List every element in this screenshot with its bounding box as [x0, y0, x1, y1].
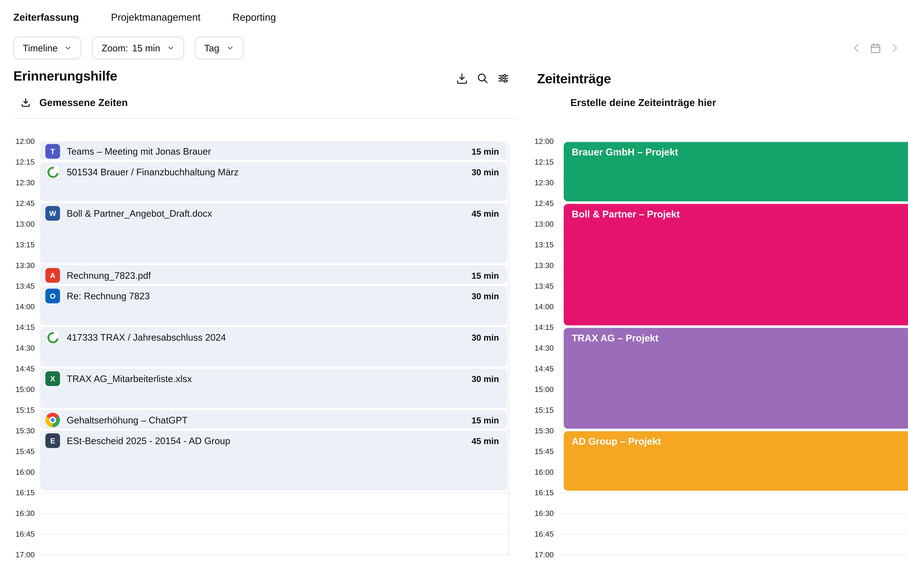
time-label: 15:15: [0, 405, 35, 414]
download-icon[interactable]: [455, 71, 469, 85]
range-dropdown-value: Tag: [204, 43, 219, 53]
time-label: 14:30: [527, 343, 554, 353]
measured-entry[interactable]: EESt-Bescheid 2025 - 20154 - AD Group45 …: [40, 431, 507, 491]
time-entry-block[interactable]: AD Group – Projekt45 min: [564, 431, 908, 491]
datev-icon: [45, 165, 60, 179]
time-label: 14:45: [527, 364, 554, 373]
measured-timeline: 12:0012:1512:3012:4513:0013:1513:3013:45…: [0, 141, 517, 568]
measured-entry[interactable]: TTeams – Meeting mit Jonas Brauer15 min: [40, 142, 507, 160]
nav-tabs: ZeiterfassungProjektmanagementReporting: [13, 11, 276, 22]
lane-separator: [508, 141, 509, 555]
measured-times-label: Gemessene Zeiten: [39, 97, 128, 108]
time-label: 12:45: [527, 199, 554, 208]
search-icon[interactable]: [476, 71, 489, 85]
measured-entry[interactable]: WBoll & Partner_Angebot_Draft.docx45 min: [40, 204, 507, 263]
measured-entry[interactable]: ORe: Rechnung 782330 min: [40, 287, 507, 325]
time-label: 14:00: [0, 302, 35, 311]
view-dropdown[interactable]: Timeline: [13, 37, 82, 59]
entry-duration: 30 min: [472, 167, 499, 177]
measured-entry[interactable]: ARechnung_7823.pdf15 min: [40, 266, 507, 284]
sliders-icon[interactable]: [496, 71, 510, 85]
time-label: 13:15: [527, 240, 554, 249]
entry-title: 417333 TRAX / Jahresabschluss 2024: [67, 332, 226, 343]
gridline: [39, 554, 508, 555]
main-content: Erinnerungshilfe Gemessene Zeiten: [0, 63, 908, 588]
measured-entry[interactable]: XTRAX AG_Mitarbeiterliste.xlsx30 min: [40, 370, 507, 408]
time-label: 12:45: [0, 199, 35, 208]
date-nav: Montag, 31. März 2025: [850, 37, 908, 59]
time-label: 12:00: [0, 137, 35, 146]
entry-duration: 30 min: [472, 333, 499, 343]
time-label: 13:30: [527, 260, 554, 270]
time-label: 13:45: [0, 281, 35, 291]
time-label: 12:15: [527, 157, 554, 167]
time-tracking-app: ZeiterfassungProjektmanagementReporting …: [0, 0, 908, 588]
entry-title: Rechnung_7823.pdf: [67, 270, 151, 281]
calendar-icon[interactable]: [869, 42, 882, 55]
chevron-down-icon: [226, 44, 234, 52]
entry-title: ESt-Bescheid 2025 - 20154 - AD Group: [67, 435, 230, 446]
time-entry-block[interactable]: Brauer GmbH – Projekt45 min: [564, 142, 908, 201]
zoom-dropdown-label: Zoom:: [102, 43, 128, 53]
gridline: [559, 534, 908, 535]
word-icon: W: [45, 206, 60, 221]
time-label: 17:00: [0, 550, 35, 559]
time-label: 13:15: [0, 240, 35, 249]
time-label: 16:45: [527, 529, 554, 539]
pdf-icon: A: [45, 268, 60, 283]
nav-tab-projektmanagement[interactable]: Projektmanagement: [111, 11, 201, 22]
reminder-panel-actions: [455, 71, 510, 85]
gridline: [39, 534, 508, 535]
time-label: 15:00: [0, 385, 35, 394]
time-label: 16:00: [0, 468, 35, 477]
gridline: [559, 554, 908, 555]
time-label: 13:00: [527, 219, 554, 229]
time-entry-title: Brauer GmbH – Projekt: [572, 147, 678, 157]
chevron-down-icon: [167, 44, 175, 52]
entry-title: Re: Rechnung 7823: [67, 291, 150, 302]
chevron-right-icon[interactable]: [888, 42, 901, 55]
time-label: 16:00: [527, 468, 554, 477]
measured-entry[interactable]: Gehaltserhöhung – ChatGPT15 min: [40, 411, 507, 429]
measured-entry[interactable]: 501534 Brauer / Finanzbuchhaltung März30…: [40, 162, 507, 201]
entry-duration: 45 min: [472, 209, 499, 218]
time-label: 15:45: [527, 447, 554, 456]
gridline: [39, 493, 508, 493]
nav-tab-zeiterfassung[interactable]: Zeiterfassung: [13, 11, 79, 22]
zoom-dropdown-value: 15 min: [132, 43, 160, 53]
time-label: 12:30: [527, 178, 554, 187]
range-dropdown[interactable]: Tag: [195, 37, 243, 59]
entries-hint: Erstelle deine Zeiteinträge hier: [570, 97, 716, 108]
measured-entry[interactable]: 417333 TRAX / Jahresabschluss 202430 min: [40, 328, 507, 366]
time-label: 16:45: [0, 529, 35, 539]
time-label: 12:00: [527, 137, 554, 146]
chrome-icon: [45, 413, 60, 427]
time-label: 15:00: [527, 385, 554, 394]
view-dropdown-value: Timeline: [23, 43, 58, 53]
time-label: 14:45: [0, 364, 35, 373]
measured-times-header: Gemessene Zeiten: [20, 97, 128, 108]
time-entry-title: TRAX AG – Projekt: [572, 333, 658, 343]
gridline: [559, 513, 908, 514]
time-label: 12:15: [0, 157, 35, 167]
entry-title: Teams – Meeting mit Jonas Brauer: [67, 146, 211, 157]
time-entry-block[interactable]: TRAX AG – Projekt1h 15 min: [564, 328, 908, 429]
entry-duration: 15 min: [472, 271, 499, 281]
entry-title: TRAX AG_Mitarbeiterliste.xlsx: [67, 373, 192, 384]
time-label: 14:15: [0, 323, 35, 332]
time-label: 13:00: [0, 219, 35, 229]
gridline: [559, 493, 908, 493]
time-label: 16:30: [0, 509, 35, 518]
chevron-left-icon[interactable]: [850, 42, 863, 55]
time-entry-block[interactable]: Boll & Partner – Projekt1h 30 min: [564, 204, 908, 325]
time-label: 15:45: [0, 447, 35, 456]
time-label: 16:15: [527, 488, 554, 497]
time-label: 16:30: [527, 509, 554, 518]
reminder-panel-title: Erinnerungshilfe: [13, 69, 117, 84]
entry-duration: 45 min: [472, 436, 499, 446]
time-label: 13:30: [0, 260, 35, 270]
entry-duration: 15 min: [472, 415, 499, 426]
nav-tab-reporting[interactable]: Reporting: [233, 11, 276, 22]
time-entry-title: Boll & Partner – Projekt: [572, 209, 680, 219]
zoom-dropdown[interactable]: Zoom: 15 min: [92, 37, 184, 59]
